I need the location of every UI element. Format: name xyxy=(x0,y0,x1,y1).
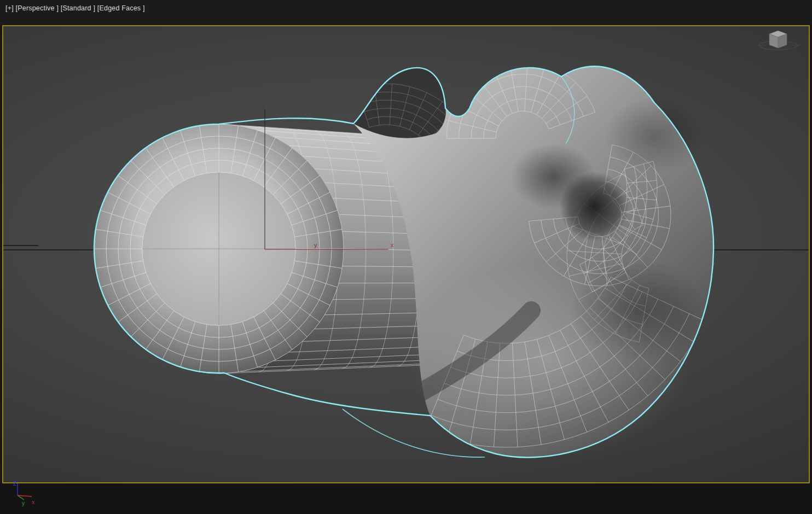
cap-wireframe xyxy=(94,124,344,373)
tripod-z-label: z xyxy=(262,102,265,109)
viewport-canvas[interactable]: z y x xyxy=(3,26,809,482)
world-axis-gizmo: Z y x xyxy=(8,478,47,506)
tripod-x-label: x xyxy=(391,242,394,248)
world-y-label: y xyxy=(22,500,25,506)
viewport-menu-standard[interactable]: [Standard ] xyxy=(59,4,95,12)
viewcube[interactable]: FRONT xyxy=(756,27,800,56)
viewport-menu-pov[interactable]: [Perspective ] xyxy=(14,4,59,12)
world-z-label: Z xyxy=(13,481,16,487)
viewport-top-bar: [+] [Perspective ] [Standard ] [Edged Fa… xyxy=(0,0,812,25)
viewcube-face-label: FRONT xyxy=(778,54,787,56)
application-window: [+] [Perspective ] [Standard ] [Edged Fa… xyxy=(0,0,812,514)
viewport-label-menus: [+] [Perspective ] [Standard ] [Edged Fa… xyxy=(5,4,145,12)
perspective-viewport[interactable]: z y x FRONT xyxy=(2,25,810,483)
status-strip: Z y x xyxy=(0,483,812,514)
tripod-y-label: y xyxy=(314,242,317,248)
viewport-menu-shading[interactable]: [Edged Faces ] xyxy=(95,4,145,12)
world-x-label: x xyxy=(32,499,34,505)
viewport-menu-general[interactable]: [+] xyxy=(5,4,14,12)
model-mesh[interactable] xyxy=(94,62,714,458)
